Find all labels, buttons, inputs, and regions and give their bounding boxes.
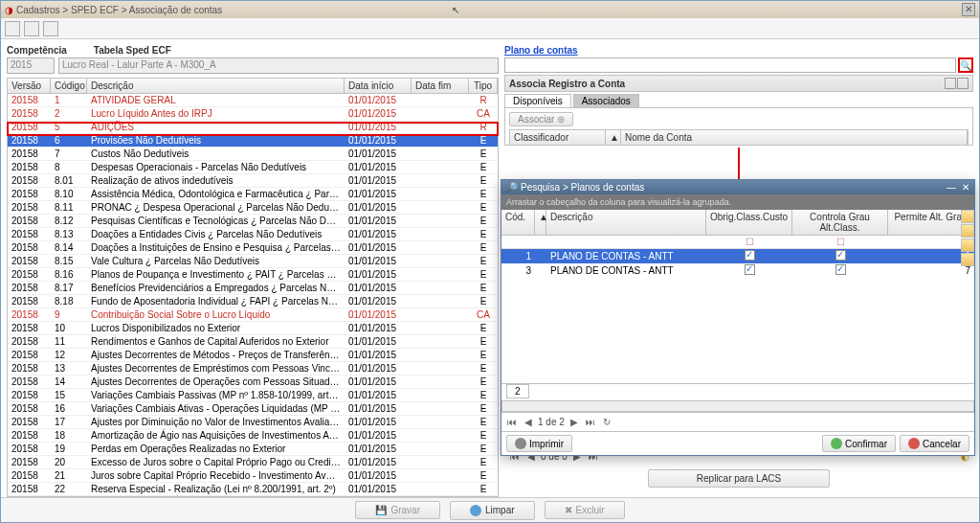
modal-row[interactable]: 3PLANO DE CONTAS - ANTT7: [501, 263, 974, 278]
cursor-icon: ↖: [452, 5, 459, 15]
side-icon-1[interactable]: [961, 210, 974, 223]
tab-disponiveis[interactable]: Disponíveis: [504, 94, 571, 107]
mpager-next[interactable]: ▶: [568, 416, 581, 429]
table-row[interactable]: 201582Lucro Líquido Antes do IRPJ01/01/2…: [8, 107, 498, 121]
table-row[interactable]: 201588Despesas Operacionais - Parcelas N…: [8, 161, 498, 174]
hdr-nome-conta[interactable]: Nome da Conta: [621, 130, 968, 145]
filter-ctrl[interactable]: ☐: [792, 236, 888, 248]
window-title: Cadastros > SPED ECF > Associação de con…: [16, 5, 222, 15]
search-button-highlight: 🔍: [958, 57, 973, 73]
table-row[interactable]: 201588.11PRONAC ¿ Despesa Operacional ¿ …: [8, 201, 498, 215]
table-row[interactable]: 2015816Variações Cambiais Ativas - Opera…: [8, 402, 498, 416]
competencia-label: Competência: [7, 45, 67, 56]
side-icon-3[interactable]: [961, 239, 974, 252]
sort-icon[interactable]: ▲: [606, 130, 621, 145]
tool-icon-1[interactable]: [5, 21, 20, 36]
hdr-data-inicio[interactable]: Data início: [345, 79, 412, 93]
table-row[interactable]: 2015814Ajustes Decorrentes de Operações …: [8, 375, 498, 389]
table-row[interactable]: 201588.10Assistência Médica, Odontológic…: [8, 188, 498, 201]
search-icon[interactable]: 🔍: [960, 60, 971, 71]
imprimir-button[interactable]: Imprimir: [506, 435, 572, 452]
grid-header: Versão Código Descrição Data início Data…: [7, 78, 499, 94]
panel-icon-2[interactable]: [957, 78, 969, 89]
table-row[interactable]: 2015822Reserva Especial - Realização (Le…: [8, 483, 498, 496]
table-row[interactable]: 2015818Amortização de Ágio nas Aquisiçõe…: [8, 429, 498, 443]
mpager-first[interactable]: ⏮: [505, 416, 519, 429]
group-hint: Arrastar o cabeçalho da coluna para visu…: [501, 194, 974, 210]
table-row[interactable]: 2015811Rendimentos e Ganhos de Capital A…: [8, 335, 498, 349]
mpager-last[interactable]: ⏭: [584, 416, 597, 429]
table-row[interactable]: 2015810Lucros Disponibilizados no Exteri…: [8, 322, 498, 335]
table-row[interactable]: 201585ADIÇÕES01/01/2015R: [8, 121, 498, 134]
table-row[interactable]: 2015819Perdas em Operações Realizadas no…: [8, 443, 498, 456]
panel-icon-1[interactable]: [945, 78, 956, 89]
m-hdr-ctrl[interactable]: Controla Grau Alt.Class.: [792, 210, 888, 235]
modal-row[interactable]: 1PLANO DE CONTAS - ANTT1: [501, 249, 974, 263]
side-icon-2[interactable]: [961, 224, 974, 238]
gravar-button[interactable]: 💾Gravar: [355, 501, 440, 519]
associar-button[interactable]: Associar ⊕: [509, 112, 573, 126]
table-row[interactable]: 201588.14Doações a Instituições de Ensin…: [8, 241, 498, 255]
hdr-tipo[interactable]: Tipo: [469, 79, 498, 93]
hdr-descricao[interactable]: Descrição: [87, 79, 345, 93]
modal-close[interactable]: ✕: [962, 182, 969, 193]
replicar-button[interactable]: Replicar para LACS: [648, 469, 830, 488]
hdr-classificador[interactable]: Classificador: [510, 130, 606, 145]
hdr-versao[interactable]: Versão: [8, 79, 51, 93]
m-hdr-desc[interactable]: Descrição: [546, 210, 706, 235]
tab-associados[interactable]: Associados: [573, 94, 639, 107]
table-row[interactable]: 201589Contribuição Social Sobre o Lucro …: [8, 308, 498, 322]
associa-label: Associa Registro a Conta: [509, 79, 625, 89]
tool-icon-3[interactable]: [43, 21, 58, 36]
competencia-combo[interactable]: 2015: [7, 57, 55, 74]
table-row[interactable]: 201588.12Pesquisas Científicas e Tecnoló…: [8, 215, 498, 228]
hdr-data-fim[interactable]: Data fim: [412, 79, 469, 93]
delete-icon: ✖: [565, 505, 572, 515]
minus-icon: [470, 505, 481, 516]
hdr-codigo[interactable]: Código: [51, 79, 87, 93]
modal-hscroll[interactable]: [501, 400, 974, 412]
cancel-icon: [908, 438, 920, 449]
filter-obg[interactable]: ☐: [706, 236, 792, 248]
plano-search-input[interactable]: [504, 57, 956, 73]
table-row[interactable]: 2015821Juros sobre Capital Próprio Receb…: [8, 469, 498, 483]
m-hdr-obg[interactable]: Obrig.Class.Custo: [706, 210, 792, 235]
pesquisa-modal: 🔎 Pesquisa > Planos de contas — ✕ Arrast…: [501, 179, 975, 456]
tool-icon-2[interactable]: [24, 21, 39, 36]
table-row[interactable]: 2015812Ajustes Decorrentes de Métodos - …: [8, 349, 498, 362]
table-row[interactable]: 201581ATIVIDADE GERAL01/01/2015R: [8, 94, 498, 107]
table-row[interactable]: 2015817Ajustes por Diminuição no Valor d…: [8, 416, 498, 429]
titlebar: ◑ Cadastros > SPED ECF > Associação de c…: [1, 1, 979, 18]
mpager-refresh[interactable]: ↻: [600, 416, 613, 429]
associa-panel-title: Associa Registro a Conta: [504, 75, 973, 92]
table-row[interactable]: 201586Provisões Não Dedutíveis01/01/2015…: [8, 134, 498, 148]
modal-side-icons: [961, 210, 974, 266]
table-row[interactable]: 201588.18Fundo de Aposentadoria Individu…: [8, 295, 498, 308]
table-row[interactable]: 201588.01Realização de ativos indedutíve…: [8, 174, 498, 188]
table-row[interactable]: 201588.15Vale Cultura ¿ Parcelas Não Ded…: [8, 255, 498, 268]
table-row[interactable]: 2015813Ajustes Decorrentes de Empréstimo…: [8, 362, 498, 375]
m-hdr-cod[interactable]: Cód.: [501, 210, 535, 235]
modal-search-icon: 🔎: [506, 182, 518, 193]
table-row[interactable]: 201588.13Doações a Entidades Civis ¿ Par…: [8, 228, 498, 241]
grid-body[interactable]: 201581ATIVIDADE GERAL01/01/2015R201582Lu…: [7, 94, 499, 497]
side-icon-4[interactable]: [961, 253, 974, 266]
close-button[interactable]: ✕: [962, 3, 975, 16]
mpager-prev[interactable]: ◀: [522, 416, 535, 429]
table-row[interactable]: 201588.16Planos de Poupança e Investimen…: [8, 268, 498, 282]
mpager-text: 1 de 2: [538, 417, 565, 427]
plano-link[interactable]: Plano de contas: [504, 45, 973, 56]
table-row[interactable]: 201588.17Benefícios Previdenciários a Em…: [8, 282, 498, 295]
confirmar-button[interactable]: Confirmar: [822, 435, 896, 452]
cancelar-button[interactable]: Cancelar: [900, 435, 969, 452]
modal-grid-body[interactable]: 1PLANO DE CONTAS - ANTT13PLANO DE CONTAS…: [501, 249, 974, 383]
modal-count: 2: [506, 384, 529, 398]
table-row[interactable]: 2015815Variações Cambiais Passivas (MP n…: [8, 389, 498, 402]
table-row[interactable]: 201587Custos Não Dedutíveis01/01/2015E: [8, 148, 498, 161]
modal-minimize[interactable]: —: [947, 182, 956, 193]
excluir-button[interactable]: ✖Excluir: [545, 501, 625, 519]
tabela-combo[interactable]: Lucro Real - Lalur Parte A - M300_A: [58, 57, 499, 74]
save-icon: 💾: [375, 505, 387, 515]
limpar-button[interactable]: Limpar: [450, 501, 535, 520]
table-row[interactable]: 2015820Excesso de Juros sobre o Capital …: [8, 456, 498, 469]
